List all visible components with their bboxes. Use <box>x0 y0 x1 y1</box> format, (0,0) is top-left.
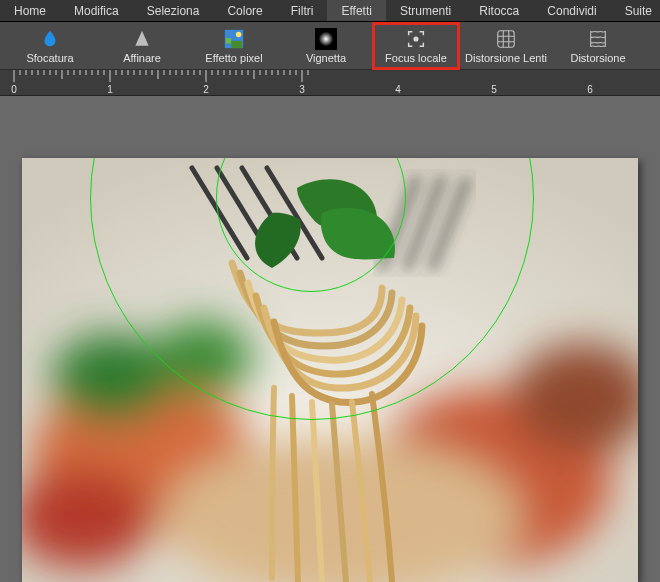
menu-condividi[interactable]: Condividi <box>533 0 610 21</box>
tool-vignette[interactable]: Vignetta <box>280 23 372 69</box>
svg-rect-2 <box>231 40 242 47</box>
tool-lens-distortion[interactable]: Distorsione Lenti <box>460 23 552 69</box>
menu-effetti[interactable]: Effetti <box>327 0 385 21</box>
tool-sharpen[interactable]: Affinare <box>96 23 188 69</box>
tool-distortion-label: Distorsione <box>570 52 625 64</box>
canvas-image <box>22 158 638 582</box>
menu-modifica[interactable]: Modifica <box>60 0 133 21</box>
tool-lens-distortion-label: Distorsione Lenti <box>465 52 547 64</box>
tool-blur-label: Sfocatura <box>26 52 73 64</box>
image-canvas[interactable] <box>22 158 638 582</box>
svg-rect-7 <box>498 30 515 47</box>
menu-strumenti[interactable]: Strumenti <box>386 0 465 21</box>
menubar: Home Modifica Seleziona Colore Filtri Ef… <box>0 0 660 22</box>
tool-vignette-label: Vignetta <box>306 52 346 64</box>
tool-pixelate[interactable]: Effetto pixel <box>188 23 280 69</box>
tool-local-focus-label: Focus locale <box>385 52 447 64</box>
distortion-icon <box>587 28 609 50</box>
sharpen-icon <box>131 28 153 50</box>
tool-local-focus[interactable]: Focus locale <box>372 22 460 70</box>
menu-ritocca[interactable]: Ritocca <box>465 0 533 21</box>
svg-point-122 <box>52 333 172 423</box>
horizontal-ruler: 0 1 2 3 4 5 6 <box>0 70 660 96</box>
svg-point-123 <box>152 320 252 396</box>
ruler-label: 4 <box>395 84 401 95</box>
ruler-label: 6 <box>587 84 593 95</box>
local-focus-icon <box>405 28 427 50</box>
menu-home[interactable]: Home <box>0 0 60 21</box>
svg-point-6 <box>414 37 418 41</box>
menu-filtri[interactable]: Filtri <box>277 0 328 21</box>
menu-colore[interactable]: Colore <box>213 0 276 21</box>
tool-sharpen-label: Affinare <box>123 52 161 64</box>
pixelate-icon <box>223 28 245 50</box>
ruler-numbers: 0 1 2 3 4 5 6 <box>10 84 660 96</box>
lens-dist-icon <box>495 28 517 50</box>
effects-toolbar: Sfocatura Affinare Effetto pixel Vignet <box>0 22 660 70</box>
canvas-area <box>0 96 660 582</box>
svg-point-5 <box>319 31 334 46</box>
menu-seleziona[interactable]: Seleziona <box>133 0 214 21</box>
tool-distortion[interactable]: Distorsione <box>552 23 644 69</box>
ruler-label: 1 <box>107 84 113 95</box>
ruler-label: 5 <box>491 84 497 95</box>
svg-point-3 <box>236 31 242 37</box>
blur-icon <box>39 28 61 50</box>
menu-suite[interactable]: Suite <box>611 0 660 21</box>
tool-pixelate-label: Effetto pixel <box>205 52 262 64</box>
tool-blur[interactable]: Sfocatura <box>4 23 96 69</box>
svg-rect-1 <box>226 38 232 44</box>
ruler-label: 0 <box>11 84 17 95</box>
ruler-label: 3 <box>299 84 305 95</box>
ruler-label: 2 <box>203 84 209 95</box>
vignette-icon <box>315 28 337 50</box>
